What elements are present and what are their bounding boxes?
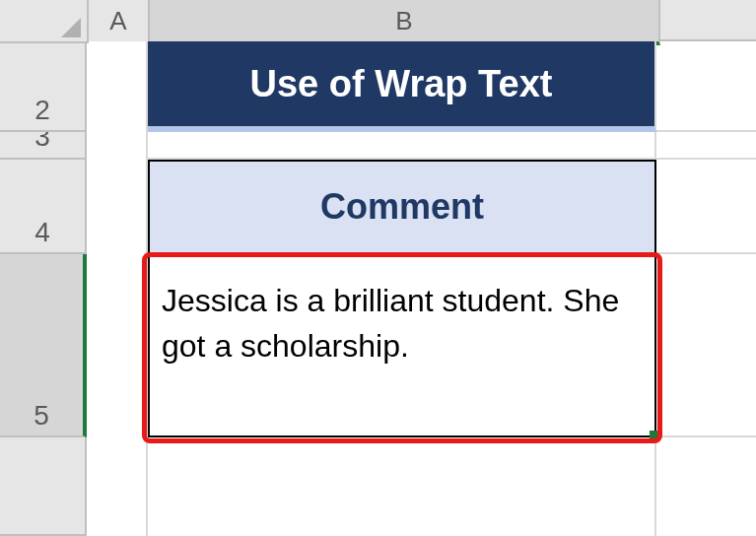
row-5: 5 Jessica is a brilliant student. She go… xyxy=(0,254,756,437)
cell-a2[interactable] xyxy=(87,41,148,134)
cell-rest-6 xyxy=(656,437,756,536)
row-header-6[interactable] xyxy=(0,437,87,536)
row-header-3[interactable]: 3 xyxy=(0,132,87,160)
cell-b2-title[interactable]: Use of Wrap Text xyxy=(148,41,656,132)
row-header-2[interactable]: 2 xyxy=(0,41,87,132)
spreadsheet: A B 2 Use of Wrap Text 3 4 Comment 5 Jes… xyxy=(0,0,756,536)
column-header-b[interactable]: B xyxy=(150,0,660,45)
column-header-rest xyxy=(660,0,756,41)
row-3: 3 xyxy=(0,132,756,160)
cell-b6[interactable] xyxy=(148,437,656,536)
row-4: 4 Comment xyxy=(0,160,756,254)
column-header-a[interactable]: A xyxy=(89,0,150,43)
row-6 xyxy=(0,437,756,536)
select-all-corner[interactable] xyxy=(0,0,89,43)
cell-b5-comment[interactable]: Jessica is a brilliant student. She got … xyxy=(148,254,656,437)
header-text: Comment xyxy=(320,186,484,228)
comment-text: Jessica is a brilliant student. She got … xyxy=(162,278,645,369)
row-header-5[interactable]: 5 xyxy=(0,254,87,437)
select-all-triangle-icon xyxy=(61,18,81,37)
cell-rest-2 xyxy=(656,41,756,132)
cell-rest-3 xyxy=(656,132,756,160)
cell-a4[interactable] xyxy=(87,160,148,256)
cell-a5[interactable] xyxy=(87,254,148,439)
cell-b4-header[interactable]: Comment xyxy=(148,160,656,254)
cell-rest-4 xyxy=(656,160,756,254)
svg-marker-0 xyxy=(61,18,81,37)
cell-rest-5 xyxy=(656,254,756,437)
cell-a3[interactable] xyxy=(87,132,148,162)
column-header-row: A B xyxy=(0,0,756,41)
selection-handle-icon[interactable] xyxy=(650,431,659,440)
title-text: Use of Wrap Text xyxy=(250,63,553,105)
cell-b3[interactable] xyxy=(148,132,656,160)
row-header-4[interactable]: 4 xyxy=(0,160,87,254)
row-2: 2 Use of Wrap Text xyxy=(0,41,756,132)
cell-a6[interactable] xyxy=(87,437,148,536)
